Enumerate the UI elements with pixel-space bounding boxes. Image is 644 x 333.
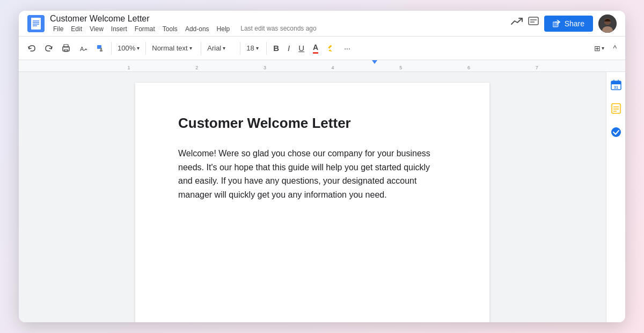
toolbar-sep-4 bbox=[240, 42, 240, 55]
size-chevron: ▾ bbox=[256, 45, 259, 51]
menu-file[interactable]: File bbox=[50, 25, 67, 33]
zoom-chevron: ▾ bbox=[137, 45, 140, 51]
toolbar-sep-3 bbox=[201, 42, 201, 55]
print-button[interactable] bbox=[58, 42, 74, 55]
app-window: Customer Welcome Letter File Edit View I… bbox=[19, 11, 625, 322]
menu-tools[interactable]: Tools bbox=[159, 25, 181, 33]
menu-format[interactable]: Format bbox=[131, 25, 158, 33]
menu-help[interactable]: Help bbox=[214, 25, 233, 33]
toolbar: A 100% ▾ Normal text ▾ Arial ▾ 18 ▾ bbox=[19, 37, 625, 60]
tasks-icon[interactable] bbox=[609, 125, 624, 140]
bold-button[interactable]: B bbox=[270, 41, 282, 55]
svg-text:31: 31 bbox=[614, 85, 618, 89]
text-color-label: A bbox=[313, 43, 318, 54]
svg-rect-31 bbox=[612, 104, 620, 113]
share-label: Share bbox=[565, 19, 584, 28]
doc-icon bbox=[27, 15, 45, 32]
collapse-toolbar-button[interactable]: ^ bbox=[610, 42, 620, 55]
highlight-button[interactable] bbox=[324, 42, 339, 55]
menu-edit[interactable]: Edit bbox=[68, 25, 85, 33]
svg-rect-1 bbox=[31, 18, 41, 30]
zoom-value: 100% bbox=[118, 44, 135, 52]
notes-icon[interactable] bbox=[609, 101, 624, 116]
spellcheck-button[interactable]: A bbox=[76, 42, 91, 55]
share-button[interactable]: Share bbox=[544, 16, 593, 32]
menu-bar: File Edit View Insert Format Tools Add-o… bbox=[50, 25, 511, 33]
right-sidebar: 31 bbox=[606, 72, 625, 322]
title-bar: Customer Welcome Letter File Edit View I… bbox=[19, 11, 625, 37]
menu-addons[interactable]: Add-ons bbox=[182, 25, 213, 33]
toolbar-sep-1 bbox=[111, 42, 112, 55]
font-size-value: 18 bbox=[246, 44, 254, 52]
ruler-mark-4: 4 bbox=[332, 65, 334, 70]
italic-button[interactable]: I bbox=[284, 41, 293, 55]
menu-insert[interactable]: Insert bbox=[108, 25, 130, 33]
doc-heading[interactable]: Customer Welcome Letter bbox=[178, 115, 447, 132]
comment-icon[interactable] bbox=[528, 17, 539, 30]
doc-title[interactable]: Customer Welcome Letter bbox=[50, 13, 511, 24]
svg-rect-22 bbox=[328, 45, 332, 48]
font-size-selector[interactable]: 18 ▾ bbox=[244, 42, 263, 54]
toolbar-sep-5 bbox=[266, 42, 267, 55]
more-options-button[interactable]: ··· bbox=[341, 42, 354, 55]
title-area: Customer Welcome Letter File Edit View I… bbox=[50, 13, 511, 33]
ruler-triangle[interactable] bbox=[372, 60, 377, 64]
image-layout-chevron: ▾ bbox=[602, 45, 604, 51]
font-selector[interactable]: Arial ▾ bbox=[204, 42, 237, 54]
underline-button[interactable]: U bbox=[295, 41, 308, 55]
svg-rect-21 bbox=[100, 50, 103, 52]
undo-button[interactable] bbox=[24, 42, 39, 55]
font-value: Arial bbox=[207, 44, 221, 52]
doc-page: Customer Welcome Letter Welcome! Were so… bbox=[135, 83, 489, 322]
image-layout-button[interactable]: ⊞ ▾ bbox=[591, 42, 608, 55]
svg-rect-26 bbox=[611, 83, 621, 84]
calendar-icon[interactable]: 31 bbox=[609, 77, 624, 92]
trend-icon[interactable] bbox=[511, 18, 523, 29]
text-style-value: Normal text bbox=[152, 44, 187, 52]
style-chevron: ▾ bbox=[189, 45, 192, 51]
svg-rect-17 bbox=[64, 49, 68, 52]
text-style-selector[interactable]: Normal text ▾ bbox=[149, 42, 197, 54]
ruler-mark-7: 7 bbox=[536, 65, 538, 70]
chevron-up-icon: ^ bbox=[613, 44, 617, 53]
doc-area[interactable]: Customer Welcome Letter Welcome! Were so… bbox=[19, 72, 606, 322]
title-actions: Share bbox=[511, 15, 617, 33]
svg-point-35 bbox=[611, 127, 621, 137]
ruler-mark-2: 2 bbox=[195, 65, 198, 70]
paint-format-button[interactable] bbox=[93, 42, 108, 55]
ruler-mark-6: 6 bbox=[467, 65, 470, 70]
doc-body[interactable]: Welcome! Were so glad you chose our comp… bbox=[178, 147, 447, 201]
ruler: 1 2 3 4 5 6 7 bbox=[19, 60, 625, 72]
user-avatar[interactable] bbox=[598, 15, 617, 33]
toolbar-sep-2 bbox=[145, 42, 146, 55]
svg-rect-6 bbox=[529, 17, 538, 25]
ruler-mark-1: 1 bbox=[127, 65, 130, 70]
ruler-mark-5: 5 bbox=[399, 65, 402, 70]
svg-text:A: A bbox=[80, 46, 84, 52]
last-edit-label: Last edit was seconds ago bbox=[240, 25, 316, 33]
image-layout-icon: ⊞ bbox=[594, 44, 601, 53]
ruler-mark-3: 3 bbox=[264, 65, 266, 70]
main-area: Customer Welcome Letter Welcome! Were so… bbox=[19, 72, 625, 322]
font-chevron: ▾ bbox=[223, 45, 225, 51]
text-color-button[interactable]: A bbox=[310, 41, 321, 56]
ruler-inner: 1 2 3 4 5 6 7 bbox=[129, 60, 614, 71]
redo-button[interactable] bbox=[41, 42, 56, 55]
zoom-selector[interactable]: 100% ▾ bbox=[115, 42, 142, 54]
menu-view[interactable]: View bbox=[86, 25, 107, 33]
